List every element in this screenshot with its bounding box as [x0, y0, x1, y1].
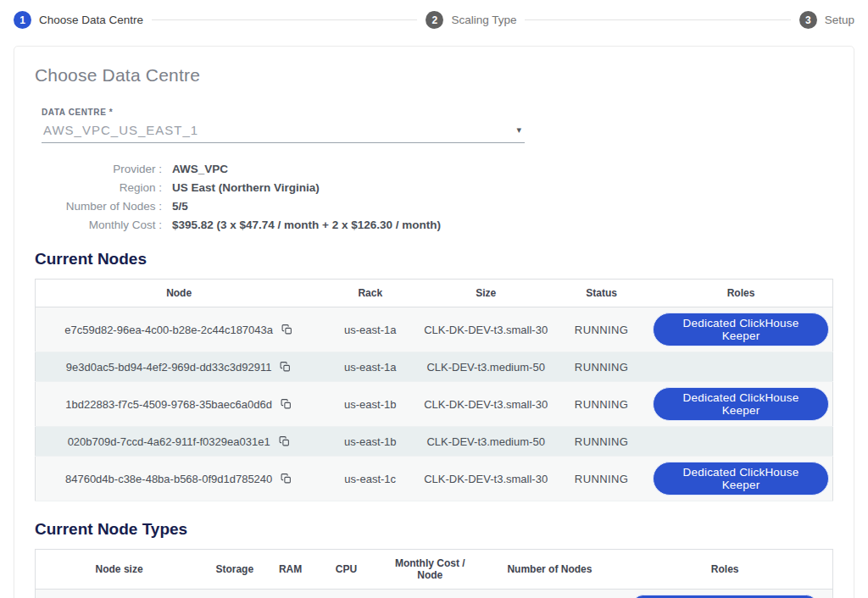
node-status: RUNNING: [554, 427, 649, 457]
copy-icon[interactable]: [278, 435, 291, 448]
role-badge: Dedicated ClickHouse Keeper: [632, 595, 817, 598]
wizard-stepper: 1 Choose Data Centre 2 Scaling Type 3 Se…: [0, 0, 868, 32]
step-connector: [525, 19, 790, 20]
type-monthly-cost: $47.74 / month: [378, 590, 481, 598]
col-size: Size: [418, 280, 554, 307]
detail-provider: Provider : AWS_VPC: [35, 160, 833, 179]
detail-number-of-nodes: Number of Nodes : 5/5: [35, 197, 833, 216]
col-ram: RAM: [266, 550, 314, 590]
detail-value: 5/5: [172, 197, 188, 216]
step-connector: [152, 19, 417, 20]
data-centre-selected-value: AWS_VPC_US_EAST_1: [43, 123, 198, 137]
node-id: e7c59d82-96ea-4c00-b28e-2c44c187043a: [64, 324, 273, 336]
node-rack: us-east-1b: [322, 427, 418, 457]
node-rack: us-east-1c: [322, 457, 418, 501]
current-nodes-title: Current Nodes: [35, 250, 833, 269]
node-rack: us-east-1a: [322, 307, 418, 352]
node-status: RUNNING: [554, 352, 649, 382]
table-row: 1bd22883-f7c5-4509-9768-35baec6a0d6d us-…: [36, 382, 833, 427]
data-centre-label: DATA CENTRE *: [42, 108, 525, 117]
page-title: Choose Data Centre: [35, 65, 833, 86]
col-rack: Rack: [322, 280, 418, 307]
table-header-row: Node size Storage RAM CPU Monthly Cost /…: [36, 550, 833, 590]
role-badge: Dedicated ClickHouse Keeper: [653, 387, 829, 421]
step-1-label: Choose Data Centre: [39, 14, 143, 26]
node-size: CLK-DEV-t3.medium-50: [418, 427, 554, 457]
node-size: CLK-DK-DEV-t3.small-30: [418, 457, 554, 501]
table-row: CLK-DK-DEV-t3.small-30 30 GiB 2 GiB 2 Co…: [36, 590, 833, 598]
detail-value: US East (Northern Virginia): [172, 179, 320, 197]
detail-label: Monthly Cost :: [35, 216, 162, 235]
detail-value: AWS_VPC: [172, 160, 228, 179]
detail-monthly-cost: Monthly Cost : $395.82 (3 x $47.74 / mon…: [35, 216, 833, 235]
node-status: RUNNING: [554, 457, 649, 501]
node-id: 1bd22883-f7c5-4509-9768-35baec6a0d6d: [65, 398, 272, 411]
node-rack: us-east-1b: [322, 382, 418, 427]
chevron-down-icon: ▾: [516, 125, 523, 136]
data-centre-select[interactable]: AWS_VPC_US_EAST_1 ▾: [42, 117, 525, 143]
current-nodes-table: Node Rack Size Status Roles e7c59d82-96e…: [35, 279, 833, 501]
data-centre-details: Provider : AWS_VPC Region : US East (Nor…: [35, 160, 833, 235]
node-id: 84760d4b-c38e-48ba-b568-0f9d1d785240: [65, 473, 272, 485]
detail-region: Region : US East (Northern Virginia): [35, 179, 833, 197]
col-status: Status: [554, 280, 649, 307]
type-node-size: CLK-DK-DEV-t3.small-30: [36, 590, 203, 598]
current-node-types-title: Current Node Types: [35, 520, 833, 539]
col-number-of-nodes: Number of Nodes: [481, 550, 617, 590]
type-ram: 2 GiB: [266, 590, 314, 598]
col-monthly-cost: Monthly Cost / Node: [378, 550, 481, 590]
node-size: CLK-DEV-t3.medium-50: [418, 352, 554, 382]
data-centre-field: DATA CENTRE * AWS_VPC_US_EAST_1 ▾: [42, 108, 525, 143]
copy-icon[interactable]: [281, 323, 293, 336]
col-roles: Roles: [617, 550, 832, 590]
table-row: 9e3d0ac5-bd94-4ef2-969d-dd33c3d92911 us-…: [36, 352, 833, 382]
step-setup[interactable]: 3 Setup: [799, 11, 854, 29]
step-2-circle: 2: [426, 11, 443, 29]
node-size: CLK-DK-DEV-t3.small-30: [418, 382, 554, 427]
col-roles: Roles: [649, 280, 832, 307]
detail-label: Region :: [35, 179, 162, 197]
node-size: CLK-DK-DEV-t3.small-30: [418, 307, 554, 352]
node-rack: us-east-1a: [322, 352, 418, 382]
col-node: Node: [36, 280, 323, 307]
type-cpu: 2 Cores: [314, 590, 378, 598]
table-row: 84760d4b-c38e-48ba-b568-0f9d1d785240 us-…: [36, 457, 833, 501]
step-choose-data-centre[interactable]: 1 Choose Data Centre: [14, 11, 143, 29]
node-status: RUNNING: [554, 382, 649, 427]
detail-label: Number of Nodes :: [35, 197, 162, 216]
choose-data-centre-card: Choose Data Centre DATA CENTRE * AWS_VPC…: [14, 46, 854, 598]
node-id: 9e3d0ac5-bd94-4ef2-969d-dd33c3d92911: [66, 361, 272, 374]
col-storage: Storage: [203, 550, 266, 590]
step-2-label: Scaling Type: [451, 14, 516, 26]
copy-icon[interactable]: [279, 360, 292, 374]
copy-icon[interactable]: [280, 472, 292, 485]
detail-label: Provider :: [35, 160, 162, 179]
col-cpu: CPU: [314, 550, 378, 590]
type-storage: 30 GiB: [203, 590, 266, 598]
col-node-size: Node size: [36, 550, 203, 590]
table-row: 020b709d-7ccd-4a62-911f-f0329ea031e1 us-…: [36, 427, 833, 457]
table-header-row: Node Rack Size Status Roles: [36, 280, 833, 307]
node-id: 020b709d-7ccd-4a62-911f-f0329ea031e1: [68, 435, 270, 448]
step-1-circle: 1: [14, 11, 31, 29]
current-node-types-table: Node size Storage RAM CPU Monthly Cost /…: [35, 549, 833, 598]
detail-value: $395.82 (3 x $47.74 / month + 2 x $126.3…: [172, 216, 441, 235]
step-3-label: Setup: [825, 14, 854, 26]
step-scaling-type[interactable]: 2 Scaling Type: [426, 11, 516, 29]
node-status: RUNNING: [554, 307, 649, 352]
table-row: e7c59d82-96ea-4c00-b28e-2c44c187043a us-…: [36, 307, 833, 352]
role-badge: Dedicated ClickHouse Keeper: [653, 313, 829, 346]
copy-icon[interactable]: [280, 397, 292, 411]
type-num-nodes: 3: [481, 590, 617, 598]
step-3-circle: 3: [799, 11, 817, 29]
role-badge: Dedicated ClickHouse Keeper: [653, 462, 829, 496]
